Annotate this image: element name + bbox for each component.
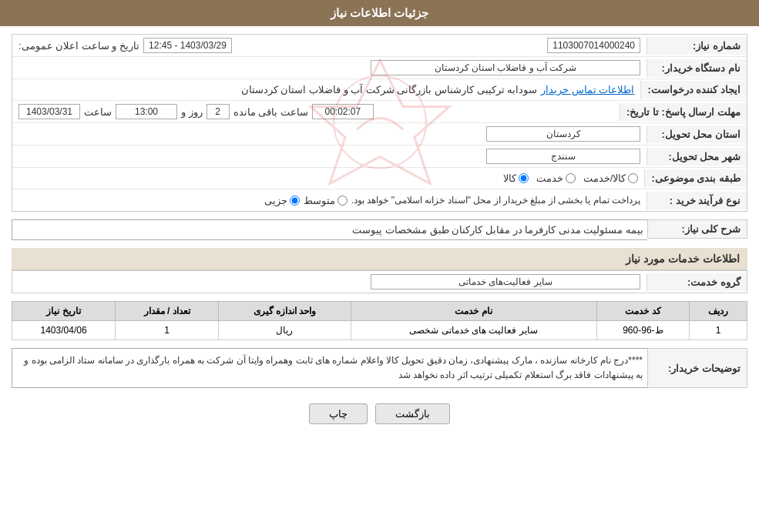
detail-table: ردیف کد خدمت نام خدمت واحد اندازه گیری ت… xyxy=(12,301,747,340)
process-text: پرداخت تمام یا بخشی از مبلغ خریدار از مح… xyxy=(351,195,640,206)
label-need-number: شماره نیاز: xyxy=(646,37,747,55)
value-category: کالا/خدمت خدمت کالا xyxy=(12,169,644,187)
back-button[interactable]: بازگشت xyxy=(375,403,450,424)
label-kala-khedmat: کالا/خدمت xyxy=(583,172,626,184)
cell-name: سایر فعالیت های خدماتی شخصی xyxy=(351,321,596,340)
date-label: تاریخ و ساعت اعلان عمومی: xyxy=(18,40,139,52)
deadline-time: 13:00 xyxy=(116,104,177,119)
table-header-row: ردیف کد خدمت نام خدمت واحد اندازه گیری ت… xyxy=(12,302,747,321)
label-khedmat: خدمت xyxy=(536,172,563,184)
table-row: 1 ط-96-960 سایر فعالیت های خدماتی شخصی ر… xyxy=(12,321,747,340)
description-section: شرح کلی نیاز: بیمه مسئولیت مدنی کارفرما … xyxy=(12,219,747,240)
label-buyer-org: نام دستگاه خریدار: xyxy=(646,59,747,77)
row-city: شهر محل تحویل: سنندج xyxy=(12,146,747,168)
row-service-group: گروه خدمت: سایر فعالیت‌های خدماتی xyxy=(12,271,747,293)
description-text: بیمه مسئولیت مدنی کارفرما در مقابل کارکن… xyxy=(12,219,647,240)
radio-kala[interactable]: کالا xyxy=(503,172,529,184)
radio-khedmat-input[interactable] xyxy=(566,173,576,183)
value-deadline: 00:02:07 ساعت باقی مانده 2 روز و 13:00 س… xyxy=(12,101,620,122)
row-category: طبقه بندی موضوعی: کالا/خدمت خدمت xyxy=(12,168,747,189)
label-description: شرح کلی نیاز: xyxy=(647,219,747,239)
radio-kala-khedmat[interactable]: کالا/خدمت xyxy=(583,172,639,184)
value-province: کردستان xyxy=(12,123,646,145)
cell-radif: 1 xyxy=(690,321,747,340)
th-date: تاریخ نیاز xyxy=(12,302,116,321)
page-container: جزئیات اطلاعات نیاز شماره نیاز: 11030070… xyxy=(0,0,759,532)
radio-jozei-input[interactable] xyxy=(290,196,300,206)
value-service-group: سایر فعالیت‌های خدماتی xyxy=(12,271,646,293)
th-code: کد خدمت xyxy=(596,302,690,321)
buyer-notes-section: توضیحات خریدار: ****درج نام کارخانه سازن… xyxy=(12,348,747,388)
need-number-value: 1103007014000240 xyxy=(547,38,640,53)
radio-kala-khedmat-input[interactable] xyxy=(628,173,638,183)
content-area: شماره نیاز: 1103007014000240 1403/03/29 … xyxy=(0,26,759,440)
page-title: جزئیات اطلاعات نیاز xyxy=(331,6,428,19)
label-kala: کالا xyxy=(503,172,516,184)
radio-khedmat[interactable]: خدمت xyxy=(536,172,576,184)
cell-date: 1403/04/06 xyxy=(12,321,116,340)
row-process-type: نوع فرآیند خرید : پرداخت تمام یا بخشی از… xyxy=(12,189,747,211)
radio-motavaset[interactable]: متوسط xyxy=(304,195,348,206)
label-service-group: گروه خدمت: xyxy=(646,273,747,291)
value-need-number: 1103007014000240 xyxy=(330,35,647,56)
date-area: 1403/03/29 - 12:45 تاریخ و ساعت اعلان عم… xyxy=(12,35,330,56)
cell-unit: ریال xyxy=(219,321,351,340)
saet-mande-label: ساعت باقی مانده xyxy=(233,106,308,118)
main-info-section: شماره نیاز: 1103007014000240 1403/03/29 … xyxy=(12,34,747,212)
label-buyer-notes: توضیحات خریدار: xyxy=(647,348,747,388)
services-section-title: اطلاعات خدمات مورد نیاز xyxy=(12,248,747,270)
radio-jozei[interactable]: جزیی xyxy=(264,195,300,206)
value-creator: اطلاعات تماس خریدار سودابه ترکیبی کارشنا… xyxy=(12,81,640,99)
buyer-org-value: شرکت آب و فاضلاب استان کردستان xyxy=(371,60,640,75)
label-jozei: جزیی xyxy=(264,195,287,206)
deadline-date: 1403/03/31 xyxy=(18,104,80,119)
row-creator: ایجاد کننده درخواست: اطلاعات تماس خریدار… xyxy=(12,79,747,101)
button-row: بازگشت چاپ xyxy=(12,396,747,432)
th-radif: ردیف xyxy=(690,302,747,321)
province-value: کردستان xyxy=(486,126,640,142)
service-group-value: سایر فعالیت‌های خدماتی xyxy=(371,274,640,289)
label-category: طبقه بندی موضوعی: xyxy=(644,169,747,187)
label-city: شهر محل تحویل: xyxy=(646,148,747,166)
value-process-type: پرداخت تمام یا بخشی از مبلغ خریدار از مح… xyxy=(12,192,646,209)
creator-value: سودابه ترکیبی کارشناس بازرگانی شرکت آب و… xyxy=(241,84,538,95)
contact-link[interactable]: اطلاعات تماس خریدار xyxy=(541,84,634,95)
detail-table-container: ردیف کد خدمت نام خدمت واحد اندازه گیری ت… xyxy=(12,301,747,340)
radio-kala-input[interactable] xyxy=(519,173,529,183)
page-header: جزئیات اطلاعات نیاز xyxy=(0,0,759,26)
buyer-notes-text: ****درج نام کارخانه سازنده ، مارک پیشنها… xyxy=(12,348,647,388)
deadline-days: 2 xyxy=(207,104,230,119)
roz-label: روز و xyxy=(181,106,203,118)
radio-motavaset-input[interactable] xyxy=(338,196,348,206)
row-need-number: شماره نیاز: 1103007014000240 1403/03/29 … xyxy=(12,35,747,57)
th-name: نام خدمت xyxy=(351,302,596,321)
city-value: سنندج xyxy=(486,149,640,164)
row-buyer-org: نام دستگاه خریدار: شرکت آب و فاضلاب استا… xyxy=(12,57,747,79)
print-button[interactable]: چاپ xyxy=(309,403,368,424)
cell-code: ط-96-960 xyxy=(596,321,690,340)
row-deadline: مهلت ارسال پاسخ: تا تاریخ: 00:02:07 ساعت… xyxy=(12,101,747,123)
label-deadline: مهلت ارسال پاسخ: تا تاریخ: xyxy=(620,103,747,121)
cell-count: 1 xyxy=(116,321,219,340)
label-province: استان محل تحویل: xyxy=(646,125,747,143)
service-group-section: گروه خدمت: سایر فعالیت‌های خدماتی xyxy=(12,270,747,293)
th-unit: واحد اندازه گیری xyxy=(219,302,351,321)
th-count: تعداد / مقدار xyxy=(116,302,219,321)
row-province: استان محل تحویل: کردستان xyxy=(12,123,747,146)
date-value: 1403/03/29 - 12:45 xyxy=(143,38,232,53)
label-motavaset: متوسط xyxy=(304,195,335,206)
value-buyer-org: شرکت آب و فاضلاب استان کردستان xyxy=(12,57,646,79)
saet-label: ساعت xyxy=(84,106,112,118)
label-process-type: نوع فرآیند خرید : xyxy=(646,192,747,209)
remaining-time: 00:02:07 xyxy=(312,104,374,119)
value-city: سنندج xyxy=(12,146,646,167)
label-creator: ایجاد کننده درخواست: xyxy=(640,81,747,99)
